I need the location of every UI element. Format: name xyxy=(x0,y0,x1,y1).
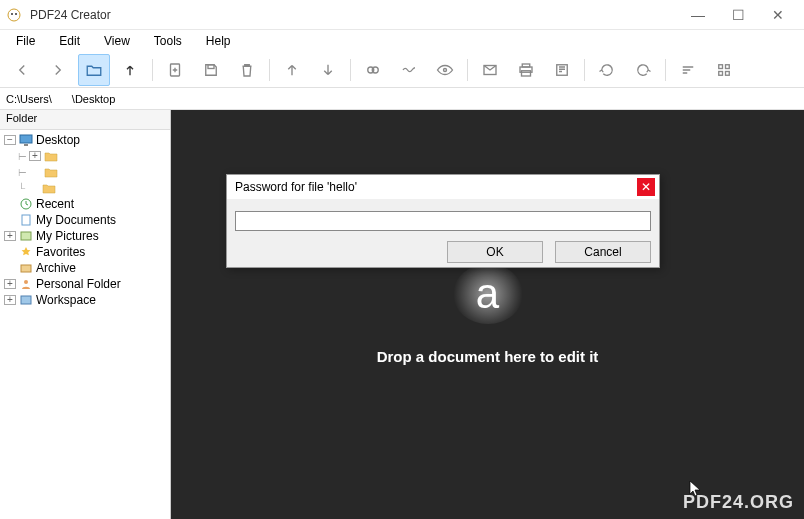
path-bar: C:\Users\ \Desktop xyxy=(0,88,804,110)
documents-icon xyxy=(18,213,34,227)
tree-label: Workspace xyxy=(36,293,96,307)
new-document-button[interactable] xyxy=(159,54,191,86)
tree-node-personal[interactable]: + Personal Folder xyxy=(0,276,170,292)
rotate-ccw-button[interactable] xyxy=(591,54,623,86)
tree-subnode[interactable]: ⊢+ xyxy=(0,148,170,164)
svg-point-0 xyxy=(8,9,20,21)
tree-node-mydocuments[interactable]: My Documents xyxy=(0,212,170,228)
svg-rect-16 xyxy=(726,71,730,75)
tree-label: Archive xyxy=(36,261,76,275)
svg-rect-4 xyxy=(208,64,214,68)
svg-point-7 xyxy=(444,68,447,71)
menu-help[interactable]: Help xyxy=(194,32,243,50)
archive-icon xyxy=(18,261,34,275)
tree-node-desktop[interactable]: − Desktop xyxy=(0,132,170,148)
folder-icon xyxy=(41,181,57,195)
dialog-titlebar[interactable]: Password for file 'hello' ✕ xyxy=(227,175,659,199)
password-input[interactable] xyxy=(235,211,651,231)
drop-logo: a xyxy=(453,264,523,324)
open-folder-button[interactable] xyxy=(78,54,110,86)
forward-button[interactable] xyxy=(42,54,74,86)
tree-label: Desktop xyxy=(36,133,80,147)
app-icon xyxy=(6,7,22,23)
password-dialog: Password for file 'hello' ✕ OK Cancel xyxy=(226,174,660,268)
personal-icon xyxy=(18,277,34,291)
folder-sidebar: Folder − Desktop ⊢+ ⊢ └ Recent xyxy=(0,110,171,519)
window-title: PDF24 Creator xyxy=(30,8,678,22)
save-button[interactable] xyxy=(195,54,227,86)
sort-button[interactable] xyxy=(672,54,704,86)
minimize-button[interactable]: — xyxy=(678,1,718,29)
menu-edit[interactable]: Edit xyxy=(47,32,92,50)
view-icon[interactable] xyxy=(429,54,461,86)
svg-rect-24 xyxy=(21,296,31,304)
folder-icon xyxy=(43,149,59,163)
svg-rect-20 xyxy=(22,215,30,225)
menu-file[interactable]: File xyxy=(4,32,47,50)
tree-label: My Documents xyxy=(36,213,116,227)
svg-rect-21 xyxy=(21,232,31,240)
grid-view-button[interactable] xyxy=(708,54,740,86)
dialog-title: Password for file 'hello' xyxy=(235,180,357,194)
drop-logo-glyph: a xyxy=(476,270,499,318)
up-level-button[interactable] xyxy=(114,54,146,86)
path-segment-2[interactable]: \Desktop xyxy=(72,93,115,105)
tree-label: My Pictures xyxy=(36,229,99,243)
svg-point-23 xyxy=(24,280,28,284)
tree-node-recent[interactable]: Recent xyxy=(0,196,170,212)
tree-subnode[interactable]: ⊢ xyxy=(0,164,170,180)
close-button[interactable]: ✕ xyxy=(758,1,798,29)
tree-label: Favorites xyxy=(36,245,85,259)
svg-point-2 xyxy=(15,13,17,15)
tree-node-favorites[interactable]: Favorites xyxy=(0,244,170,260)
link-icon[interactable] xyxy=(357,54,389,86)
menu-view[interactable]: View xyxy=(92,32,142,50)
folder-tree[interactable]: − Desktop ⊢+ ⊢ └ Recent xyxy=(0,130,170,519)
page-down-button[interactable] xyxy=(312,54,344,86)
menu-tools[interactable]: Tools xyxy=(142,32,194,50)
dialog-close-button[interactable]: ✕ xyxy=(637,178,655,196)
tree-label: Recent xyxy=(36,197,74,211)
menubar: File Edit View Tools Help xyxy=(0,30,804,52)
delete-button[interactable] xyxy=(231,54,263,86)
svg-rect-18 xyxy=(24,144,28,146)
tree-node-archive[interactable]: Archive xyxy=(0,260,170,276)
back-button[interactable] xyxy=(6,54,38,86)
watermark: PDF24.ORG xyxy=(683,492,794,513)
svg-rect-11 xyxy=(522,64,530,67)
maximize-button[interactable]: ☐ xyxy=(718,1,758,29)
svg-rect-14 xyxy=(726,64,730,68)
folder-icon xyxy=(43,165,59,179)
svg-rect-12 xyxy=(557,64,568,75)
drop-text: Drop a document here to edit it xyxy=(377,348,599,365)
tree-node-mypictures[interactable]: + My Pictures xyxy=(0,228,170,244)
print-button[interactable] xyxy=(510,54,542,86)
sidebar-header: Folder xyxy=(0,110,170,130)
titlebar: PDF24 Creator — ☐ ✕ xyxy=(0,0,804,30)
svg-rect-15 xyxy=(719,71,723,75)
toolbar xyxy=(0,52,804,88)
pictures-icon xyxy=(18,229,34,243)
workspace-icon xyxy=(18,293,34,307)
tree-subnode[interactable]: └ xyxy=(0,180,170,196)
mask-icon[interactable] xyxy=(393,54,425,86)
cancel-button[interactable]: Cancel xyxy=(555,241,651,263)
favorites-icon xyxy=(18,245,34,259)
drop-zone[interactable]: a Drop a document here to edit it xyxy=(171,110,804,519)
recent-icon xyxy=(18,197,34,211)
svg-rect-9 xyxy=(522,70,531,75)
svg-rect-13 xyxy=(719,64,723,68)
svg-rect-22 xyxy=(21,265,31,272)
tree-node-workspace[interactable]: + Workspace xyxy=(0,292,170,308)
page-up-button[interactable] xyxy=(276,54,308,86)
rotate-cw-button[interactable] xyxy=(627,54,659,86)
fax-button[interactable] xyxy=(546,54,578,86)
svg-point-1 xyxy=(11,13,13,15)
email-button[interactable] xyxy=(474,54,506,86)
svg-rect-17 xyxy=(20,135,32,143)
path-segment-1[interactable]: C:\Users\ xyxy=(6,93,52,105)
desktop-icon xyxy=(18,133,34,147)
ok-button[interactable]: OK xyxy=(447,241,543,263)
tree-label: Personal Folder xyxy=(36,277,121,291)
